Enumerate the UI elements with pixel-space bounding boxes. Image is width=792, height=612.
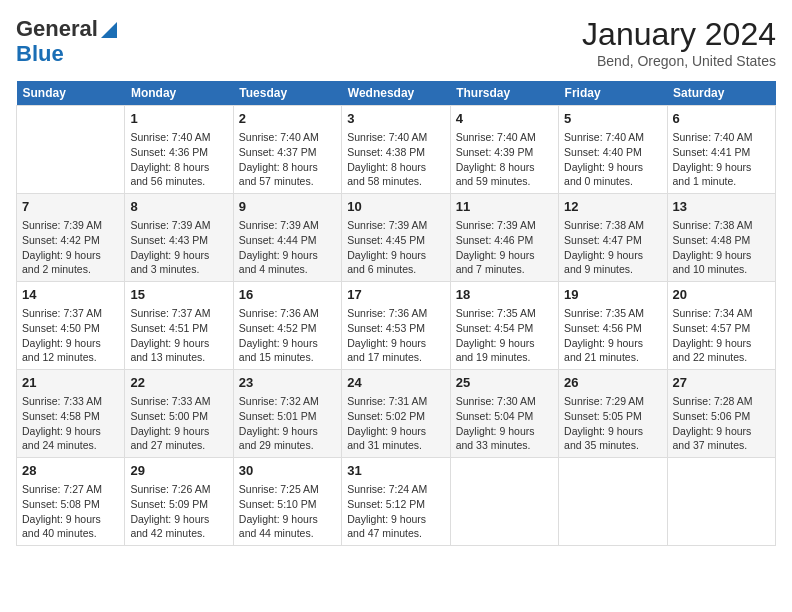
daylight-text: Daylight: 9 hours and 44 minutes. — [239, 513, 318, 540]
table-row: 27 Sunrise: 7:28 AM Sunset: 5:06 PM Dayl… — [667, 370, 775, 458]
day-number: 20 — [673, 286, 770, 304]
sunrise-text: Sunrise: 7:40 AM — [239, 131, 319, 143]
daylight-text: Daylight: 9 hours and 15 minutes. — [239, 337, 318, 364]
day-number: 19 — [564, 286, 661, 304]
calendar-subtitle: Bend, Oregon, United States — [582, 53, 776, 69]
sunrise-text: Sunrise: 7:40 AM — [347, 131, 427, 143]
sunset-text: Sunset: 4:42 PM — [22, 234, 100, 246]
svg-marker-0 — [101, 22, 117, 38]
sunrise-text: Sunrise: 7:26 AM — [130, 483, 210, 495]
daylight-text: Daylight: 8 hours and 57 minutes. — [239, 161, 318, 188]
week-row-4: 21 Sunrise: 7:33 AM Sunset: 4:58 PM Dayl… — [17, 370, 776, 458]
sunrise-text: Sunrise: 7:39 AM — [347, 219, 427, 231]
daylight-text: Daylight: 9 hours and 31 minutes. — [347, 425, 426, 452]
day-number: 1 — [130, 110, 227, 128]
page-container: General Blue January 2024 Bend, Oregon, … — [0, 0, 792, 554]
table-row: 24 Sunrise: 7:31 AM Sunset: 5:02 PM Dayl… — [342, 370, 450, 458]
sunset-text: Sunset: 4:53 PM — [347, 322, 425, 334]
header-friday: Friday — [559, 81, 667, 106]
table-row: 14 Sunrise: 7:37 AM Sunset: 4:50 PM Dayl… — [17, 282, 125, 370]
table-row: 28 Sunrise: 7:27 AM Sunset: 5:08 PM Dayl… — [17, 458, 125, 546]
table-row: 26 Sunrise: 7:29 AM Sunset: 5:05 PM Dayl… — [559, 370, 667, 458]
day-number: 3 — [347, 110, 444, 128]
sunset-text: Sunset: 4:54 PM — [456, 322, 534, 334]
daylight-text: Daylight: 9 hours and 2 minutes. — [22, 249, 101, 276]
sunrise-text: Sunrise: 7:33 AM — [22, 395, 102, 407]
day-number: 28 — [22, 462, 119, 480]
sunrise-text: Sunrise: 7:34 AM — [673, 307, 753, 319]
daylight-text: Daylight: 9 hours and 4 minutes. — [239, 249, 318, 276]
table-row — [450, 458, 558, 546]
weekday-header-row: Sunday Monday Tuesday Wednesday Thursday… — [17, 81, 776, 106]
table-row: 8 Sunrise: 7:39 AM Sunset: 4:43 PM Dayli… — [125, 194, 233, 282]
daylight-text: Daylight: 9 hours and 17 minutes. — [347, 337, 426, 364]
sunrise-text: Sunrise: 7:39 AM — [239, 219, 319, 231]
daylight-text: Daylight: 9 hours and 19 minutes. — [456, 337, 535, 364]
sunrise-text: Sunrise: 7:40 AM — [456, 131, 536, 143]
day-number: 18 — [456, 286, 553, 304]
week-row-5: 28 Sunrise: 7:27 AM Sunset: 5:08 PM Dayl… — [17, 458, 776, 546]
header-monday: Monday — [125, 81, 233, 106]
daylight-text: Daylight: 8 hours and 58 minutes. — [347, 161, 426, 188]
sunrise-text: Sunrise: 7:38 AM — [564, 219, 644, 231]
sunrise-text: Sunrise: 7:29 AM — [564, 395, 644, 407]
daylight-text: Daylight: 9 hours and 27 minutes. — [130, 425, 209, 452]
sunrise-text: Sunrise: 7:39 AM — [456, 219, 536, 231]
daylight-text: Daylight: 9 hours and 6 minutes. — [347, 249, 426, 276]
daylight-text: Daylight: 9 hours and 33 minutes. — [456, 425, 535, 452]
table-row: 10 Sunrise: 7:39 AM Sunset: 4:45 PM Dayl… — [342, 194, 450, 282]
sunset-text: Sunset: 5:04 PM — [456, 410, 534, 422]
sunrise-text: Sunrise: 7:40 AM — [564, 131, 644, 143]
header-tuesday: Tuesday — [233, 81, 341, 106]
daylight-text: Daylight: 9 hours and 9 minutes. — [564, 249, 643, 276]
day-number: 15 — [130, 286, 227, 304]
table-row: 22 Sunrise: 7:33 AM Sunset: 5:00 PM Dayl… — [125, 370, 233, 458]
table-row: 7 Sunrise: 7:39 AM Sunset: 4:42 PM Dayli… — [17, 194, 125, 282]
table-row: 21 Sunrise: 7:33 AM Sunset: 4:58 PM Dayl… — [17, 370, 125, 458]
table-row: 30 Sunrise: 7:25 AM Sunset: 5:10 PM Dayl… — [233, 458, 341, 546]
day-number: 26 — [564, 374, 661, 392]
daylight-text: Daylight: 9 hours and 24 minutes. — [22, 425, 101, 452]
daylight-text: Daylight: 9 hours and 35 minutes. — [564, 425, 643, 452]
daylight-text: Daylight: 9 hours and 3 minutes. — [130, 249, 209, 276]
sunset-text: Sunset: 4:52 PM — [239, 322, 317, 334]
sunset-text: Sunset: 4:43 PM — [130, 234, 208, 246]
day-number: 5 — [564, 110, 661, 128]
page-header: General Blue January 2024 Bend, Oregon, … — [16, 16, 776, 69]
day-number: 11 — [456, 198, 553, 216]
table-row — [667, 458, 775, 546]
sunset-text: Sunset: 4:50 PM — [22, 322, 100, 334]
sunset-text: Sunset: 5:09 PM — [130, 498, 208, 510]
day-number: 9 — [239, 198, 336, 216]
header-sunday: Sunday — [17, 81, 125, 106]
title-block: January 2024 Bend, Oregon, United States — [582, 16, 776, 69]
sunset-text: Sunset: 4:36 PM — [130, 146, 208, 158]
sunset-text: Sunset: 5:06 PM — [673, 410, 751, 422]
daylight-text: Daylight: 9 hours and 7 minutes. — [456, 249, 535, 276]
sunrise-text: Sunrise: 7:25 AM — [239, 483, 319, 495]
sunset-text: Sunset: 5:00 PM — [130, 410, 208, 422]
table-row: 23 Sunrise: 7:32 AM Sunset: 5:01 PM Dayl… — [233, 370, 341, 458]
day-number: 22 — [130, 374, 227, 392]
sunrise-text: Sunrise: 7:24 AM — [347, 483, 427, 495]
sunrise-text: Sunrise: 7:37 AM — [130, 307, 210, 319]
day-number: 30 — [239, 462, 336, 480]
sunset-text: Sunset: 4:44 PM — [239, 234, 317, 246]
sunrise-text: Sunrise: 7:33 AM — [130, 395, 210, 407]
sunset-text: Sunset: 4:51 PM — [130, 322, 208, 334]
day-number: 27 — [673, 374, 770, 392]
day-number: 4 — [456, 110, 553, 128]
day-number: 2 — [239, 110, 336, 128]
day-number: 17 — [347, 286, 444, 304]
table-row — [17, 106, 125, 194]
day-number: 12 — [564, 198, 661, 216]
daylight-text: Daylight: 9 hours and 47 minutes. — [347, 513, 426, 540]
day-number: 31 — [347, 462, 444, 480]
calendar-title: January 2024 — [582, 16, 776, 53]
table-row: 19 Sunrise: 7:35 AM Sunset: 4:56 PM Dayl… — [559, 282, 667, 370]
daylight-text: Daylight: 9 hours and 21 minutes. — [564, 337, 643, 364]
daylight-text: Daylight: 9 hours and 13 minutes. — [130, 337, 209, 364]
sunrise-text: Sunrise: 7:28 AM — [673, 395, 753, 407]
sunset-text: Sunset: 5:02 PM — [347, 410, 425, 422]
day-number: 21 — [22, 374, 119, 392]
